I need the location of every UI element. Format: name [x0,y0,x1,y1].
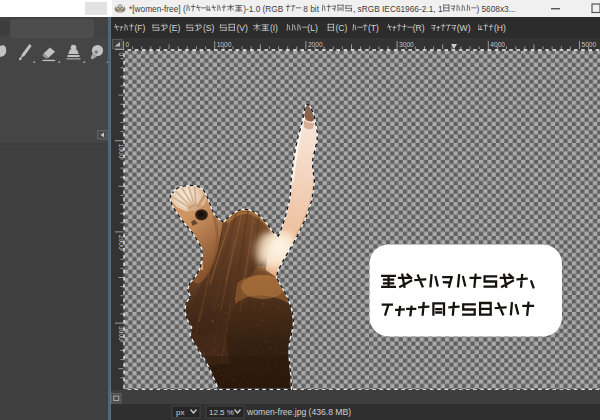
svg-text:(C): (C) [335,23,347,33]
svg-text:, sRGB IEC61966-2.1, 1: , sRGB IEC61966-2.1, 1 [353,4,443,14]
svg-text:) 5608x3...: ) 5608x3... [476,4,515,14]
svg-text:1000: 1000 [217,41,232,48]
svg-text:women-free.jpg (436.8 MB): women-free.jpg (436.8 MB) [246,407,351,417]
svg-text:(L): (L) [307,23,318,33]
svg-text:(V): (V) [236,23,248,33]
svg-text:(H): (H) [494,23,506,33]
svg-text:3000: 3000 [399,41,414,48]
svg-text:12.5 %: 12.5 % [209,408,234,417]
svg-text:)-1.0 (RGB: )-1.0 (RGB [243,4,285,14]
svg-text:5000: 5000 [582,41,597,48]
svg-text:4000: 4000 [490,41,505,48]
svg-text:(I): (I) [270,23,278,33]
svg-text:*[women-free] (: *[women-free] ( [129,4,186,14]
svg-text:(R): (R) [413,23,425,33]
svg-text:(W): (W) [457,23,471,33]
svg-text:8 bit: 8 bit [301,4,321,14]
svg-text:(F): (F) [134,23,145,33]
svg-text:(E): (E) [169,23,181,33]
svg-text:px: px [176,408,184,417]
svg-text:(T): (T) [368,23,379,33]
svg-text:(S): (S) [203,23,215,33]
svg-text:2000: 2000 [308,41,323,48]
svg-text:0: 0 [126,41,130,48]
